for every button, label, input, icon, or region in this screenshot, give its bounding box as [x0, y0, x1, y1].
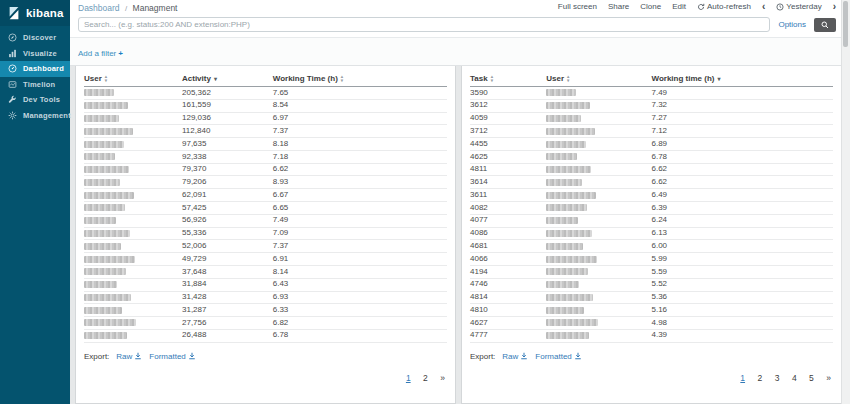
toolbar-link[interactable]: Full screen	[558, 2, 597, 11]
activity-cell: 31,287	[182, 304, 273, 317]
task-id-cell: 4086	[470, 227, 546, 240]
user-name-redacted	[84, 166, 129, 173]
pagination-page[interactable]: »	[440, 373, 445, 383]
table-row: 79,206 8.93	[84, 176, 447, 189]
task-id-cell: 4625	[470, 150, 546, 163]
column-header-activity[interactable]: Activity▾	[182, 74, 217, 83]
column-header-user[interactable]: User▴▾	[546, 74, 569, 83]
task-id-cell: 4746	[470, 278, 546, 291]
time-forward-chevron-icon[interactable]: ›	[833, 3, 836, 11]
toolbar-link[interactable]: Clone	[640, 2, 661, 11]
column-header-user[interactable]: User▴▾	[84, 74, 107, 83]
working-time-cell: 5.52	[651, 278, 833, 291]
table-row: 4811 6.62	[470, 163, 833, 176]
top-bar: Dashboard / Managment Full screen Share …	[70, 0, 842, 66]
sidebar-item-dashboard[interactable]: Dashboard	[0, 61, 70, 77]
column-header-task[interactable]: Task▴▾	[470, 74, 493, 83]
table-row: 3611 6.49	[470, 189, 833, 202]
user-name-redacted	[546, 243, 583, 250]
working-time-cell: 7.32	[651, 99, 833, 112]
task-id-cell: 4627	[470, 317, 546, 330]
working-time-cell: 7.49	[273, 214, 447, 227]
table-row: 4810 5.16	[470, 304, 833, 317]
download-icon	[574, 352, 582, 360]
query-options-link[interactable]: Options	[778, 20, 806, 29]
table-row: 92,338 7.18	[84, 150, 447, 163]
task-id-cell: 4077	[470, 214, 546, 227]
task-id-cell: 4066	[470, 253, 546, 266]
working-time-cell: 7.18	[273, 150, 447, 163]
working-time-cell: 8.54	[273, 99, 447, 112]
sidebar-item-label: Dev Tools	[23, 95, 60, 104]
working-time-cell: 8.18	[273, 138, 447, 151]
table-row: 56,926 7.49	[84, 214, 447, 227]
pagination-page[interactable]: 5	[809, 373, 814, 383]
scrollbar-thumb[interactable]	[843, 1, 848, 47]
table-row: 3590 7.49	[470, 87, 833, 100]
pagination-page[interactable]: 3	[775, 373, 780, 383]
query-bar: Options	[70, 14, 842, 37]
search-button[interactable]	[814, 18, 836, 32]
working-time-cell: 6.62	[651, 176, 833, 189]
task-id-cell: 4082	[470, 202, 546, 215]
working-time-cell: 8.93	[273, 176, 447, 189]
activity-cell: 79,206	[182, 176, 273, 189]
tasks-table: Task▴▾ User▴▾ Working time (h)▾ 3590 7.4…	[470, 72, 833, 343]
table-row: 4082 6.39	[470, 202, 833, 215]
activity-cell: 26,488	[182, 329, 273, 342]
pagination-page[interactable]: 2	[423, 373, 428, 383]
sidebar-item-management[interactable]: Management	[0, 108, 70, 124]
pagination-page[interactable]: 1	[740, 373, 745, 383]
export-link[interactable]: Formatted	[535, 352, 581, 361]
export-label: Export:	[84, 352, 109, 361]
working-time-cell: 6.33	[273, 304, 447, 317]
toolbar-link[interactable]: Share	[608, 2, 629, 11]
export-link[interactable]: Raw	[116, 352, 142, 361]
time-back-chevron-icon[interactable]: ‹	[762, 3, 765, 11]
column-header-working-time[interactable]: Working time (h)▾	[651, 74, 720, 83]
table-row: 37,648 8.14	[84, 265, 447, 278]
download-icon	[134, 352, 142, 360]
sidebar-item-timelion[interactable]: Timelion	[0, 77, 70, 93]
user-name-redacted	[84, 204, 125, 211]
pagination-page[interactable]: 4	[792, 373, 797, 383]
task-id-cell: 3612	[470, 99, 546, 112]
sort-icon: ▴▾	[105, 75, 107, 82]
table-row: 205,362 7.65	[84, 87, 447, 100]
column-header-working-time[interactable]: Working Time (h)▴▾	[273, 74, 343, 83]
add-filter-button[interactable]: Add a filter+	[78, 49, 123, 58]
sidebar-item-discover[interactable]: Discover	[0, 30, 70, 46]
kibana-logo[interactable]: kibana	[0, 0, 70, 26]
task-id-cell: 3590	[470, 87, 546, 100]
table-row: 55,336 7.09	[84, 227, 447, 240]
user-name-redacted	[546, 179, 582, 186]
user-name-redacted	[546, 89, 576, 96]
pagination-page[interactable]: »	[826, 373, 831, 383]
sort-icon: ▴▾	[491, 75, 493, 82]
task-id-cell: 4777	[470, 329, 546, 342]
pagination-page[interactable]: 1	[406, 373, 411, 383]
users-table: User▴▾ Activity▾ Working Time (h)▴▾ 205,…	[84, 72, 447, 343]
export-link[interactable]: Raw	[502, 352, 528, 361]
working-time-cell: 6.62	[273, 163, 447, 176]
toolbar-link[interactable]: Edit	[672, 2, 686, 11]
export-row: Export: Raw Formatted	[470, 352, 833, 361]
user-name-redacted	[84, 307, 122, 314]
search-input[interactable]	[78, 17, 770, 32]
breadcrumb-dashboard-link[interactable]: Dashboard	[78, 3, 120, 13]
user-name-redacted	[84, 230, 130, 237]
user-name-redacted	[546, 192, 596, 199]
time-range-picker[interactable]: Yesterday	[776, 2, 821, 11]
pagination-page[interactable]: 2	[758, 373, 763, 383]
table-row: 4455 6.89	[470, 138, 833, 151]
auto-refresh-button[interactable]: Auto-refresh	[697, 2, 751, 11]
sidebar-item-visualize[interactable]: Visualize	[0, 46, 70, 62]
working-time-cell: 7.37	[273, 240, 447, 253]
activity-cell: 79,370	[182, 163, 273, 176]
sidebar-item-label: Management	[23, 111, 71, 120]
export-link[interactable]: Formatted	[149, 352, 195, 361]
working-time-cell: 4.39	[651, 329, 833, 342]
page-scrollbar[interactable]	[841, 0, 850, 404]
sidebar-item-dev-tools[interactable]: Dev Tools	[0, 92, 70, 108]
task-id-cell: 4194	[470, 265, 546, 278]
